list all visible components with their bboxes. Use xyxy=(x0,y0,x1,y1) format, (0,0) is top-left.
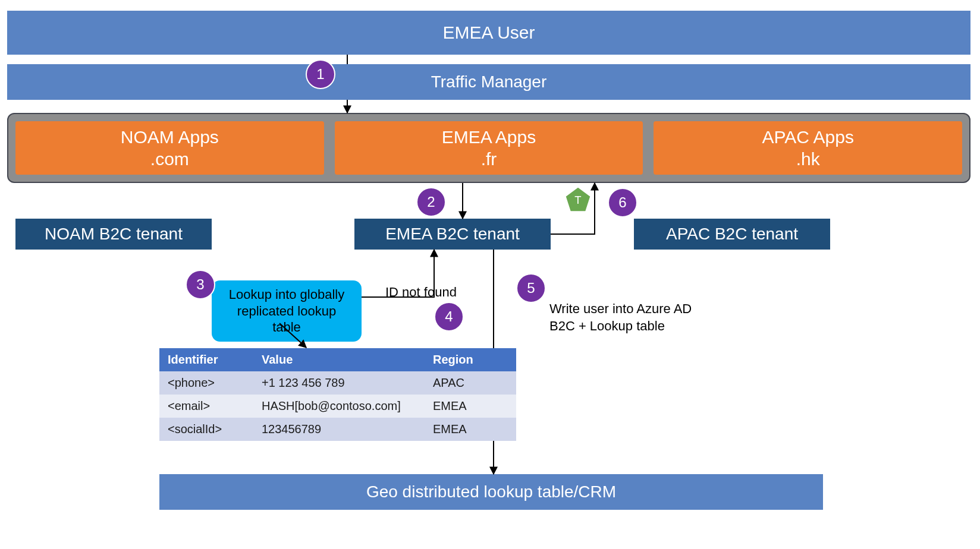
caption-id-not-found: ID not found xyxy=(385,284,457,301)
step-badge-1: 1 xyxy=(306,59,335,89)
token-label: T xyxy=(574,194,581,206)
apps-container: NOAM Apps .com EMEA Apps .fr APAC Apps .… xyxy=(7,113,970,183)
app-apac: APAC Apps .hk xyxy=(654,121,962,175)
step-badge-4: 4 xyxy=(434,302,464,332)
cell-identifier: <phone> xyxy=(159,371,253,395)
app-noam-tld: .com xyxy=(150,148,189,171)
step-label: 1 xyxy=(316,66,324,83)
lookup-note: Lookup into globally replicated lookup t… xyxy=(212,280,362,342)
app-emea-tld: .fr xyxy=(481,148,497,171)
emea-user-bar: EMEA User xyxy=(7,11,970,55)
cell-region: APAC xyxy=(425,371,516,395)
lookup-table: Identifier Value Region <phone> +1 123 4… xyxy=(159,348,516,441)
cell-identifier: <email> xyxy=(159,395,253,418)
app-apac-title: APAC Apps xyxy=(762,126,854,149)
app-apac-tld: .hk xyxy=(796,148,820,171)
diagram-canvas: { "header": { "emea_user": "EMEA User", … xyxy=(0,0,980,549)
step-badge-6: 6 xyxy=(608,188,637,217)
geo-crm-bar: Geo distributed lookup table/CRM xyxy=(159,474,823,510)
table-row: <socialId> 123456789 EMEA xyxy=(159,418,516,441)
traffic-manager-bar: Traffic Manager xyxy=(7,64,970,100)
lookup-note-text: Lookup into globally replicated lookup t… xyxy=(222,286,351,336)
step-label: 2 xyxy=(427,194,435,210)
step-badge-2: 2 xyxy=(416,187,446,217)
step-label: 5 xyxy=(527,280,535,296)
tenant-emea: EMEA B2C tenant xyxy=(354,219,551,250)
cell-identifier: <socialId> xyxy=(159,418,253,441)
app-emea-title: EMEA Apps xyxy=(442,126,536,149)
table-row: <email> HASH[bob@contoso.com] EMEA xyxy=(159,395,516,418)
step-label: 4 xyxy=(445,308,453,325)
step-badge-3: 3 xyxy=(186,270,215,299)
cell-region: EMEA xyxy=(425,418,516,441)
cell-region: EMEA xyxy=(425,395,516,418)
lookup-col-region: Region xyxy=(425,348,516,371)
lookup-col-value: Value xyxy=(253,348,425,371)
app-noam: NOAM Apps .com xyxy=(15,121,324,175)
cell-value: HASH[bob@contoso.com] xyxy=(253,395,425,418)
app-noam-title: NOAM Apps xyxy=(121,126,219,149)
caption-write-user: Write user into Azure AD B2C + Lookup ta… xyxy=(549,301,692,335)
token-pentagon-icon: T xyxy=(565,187,591,213)
app-emea: EMEA Apps .fr xyxy=(335,121,643,175)
cell-value: +1 123 456 789 xyxy=(253,371,425,395)
step-badge-5: 5 xyxy=(516,273,546,303)
step-label: 3 xyxy=(196,276,204,293)
table-row: <phone> +1 123 456 789 APAC xyxy=(159,371,516,395)
tenant-noam: NOAM B2C tenant xyxy=(15,219,212,250)
lookup-col-identifier: Identifier xyxy=(159,348,253,371)
cell-value: 123456789 xyxy=(253,418,425,441)
step-label: 6 xyxy=(618,194,626,211)
tenant-apac: APAC B2C tenant xyxy=(634,219,830,250)
